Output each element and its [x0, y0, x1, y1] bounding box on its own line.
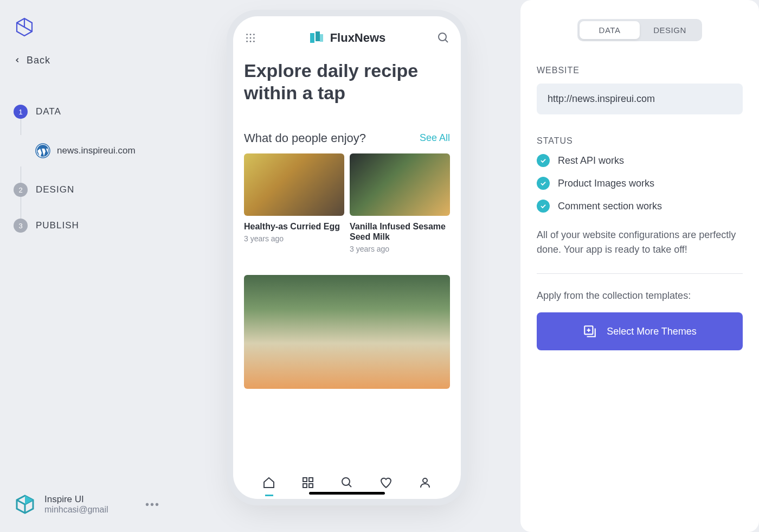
search-icon[interactable] — [437, 31, 450, 44]
svg-point-25 — [423, 478, 427, 483]
brand-name: FluxNews — [330, 31, 386, 45]
featured-image[interactable] — [244, 275, 450, 389]
status-item: Comment section works — [537, 200, 743, 213]
apply-templates-label: Apply from the collection templates: — [537, 290, 743, 302]
app-brand: FluxNews — [308, 30, 386, 46]
status-text: Rest API works — [558, 155, 624, 166]
status-item: Product Images works — [537, 177, 743, 190]
section-title: What do people enjoy? — [244, 131, 366, 145]
svg-point-8 — [246, 37, 248, 39]
step-data[interactable]: 1 DATA — [14, 105, 160, 119]
nav-favorites[interactable] — [378, 475, 394, 491]
article-title: Vanilla Infused Sesame Seed Milk — [350, 221, 450, 242]
back-button[interactable]: Back — [14, 54, 160, 67]
step-number-2: 2 — [14, 183, 28, 197]
svg-point-11 — [246, 41, 248, 42]
check-icon — [537, 177, 550, 190]
phone-frame: FluxNews Explore daily recipe within a t… — [233, 16, 461, 499]
brand-icon — [308, 30, 325, 46]
step-number-3: 3 — [14, 219, 28, 233]
step-label-data: DATA — [36, 106, 61, 117]
status-item: Rest API works — [537, 154, 743, 167]
config-panel: DATA DESIGN WEBSITE STATUS Rest API work… — [520, 0, 759, 532]
nav-home[interactable] — [261, 475, 277, 491]
app-header: FluxNews — [244, 30, 450, 46]
app-logo — [14, 16, 35, 38]
cards-row: Healthy-as Curried Egg 3 years ago Vanil… — [244, 153, 450, 253]
nav-profile[interactable] — [417, 475, 433, 491]
tab-data[interactable]: DATA — [580, 21, 640, 39]
article-card[interactable]: Vanilla Infused Sesame Seed Milk 3 years… — [350, 153, 450, 253]
status-summary: All of your website configurations are p… — [537, 228, 743, 257]
article-card[interactable]: Healthy-as Curried Egg 3 years ago — [244, 153, 344, 253]
website-url-input[interactable] — [537, 84, 743, 114]
step-connector — [21, 197, 21, 219]
svg-line-18 — [445, 40, 448, 42]
svg-rect-15 — [316, 31, 320, 41]
website-label: WEBSITE — [537, 66, 743, 75]
step-connector — [21, 119, 21, 135]
svg-point-7 — [253, 34, 255, 35]
substep-site-text: news.inspireui.com — [57, 145, 136, 156]
footer-company-name: Inspire UI — [44, 494, 108, 505]
svg-point-23 — [342, 478, 350, 485]
step-design[interactable]: 2 DESIGN — [14, 183, 160, 197]
svg-point-12 — [250, 41, 252, 42]
svg-rect-14 — [310, 33, 314, 43]
more-menu-button[interactable]: ••• — [145, 498, 160, 511]
svg-rect-19 — [303, 478, 307, 482]
substep-site[interactable]: news.inspireui.com — [14, 135, 160, 166]
config-tabs: DATA DESIGN — [577, 19, 702, 41]
menu-grid-icon[interactable] — [244, 31, 257, 44]
chevron-left-icon — [14, 54, 21, 67]
svg-rect-22 — [309, 484, 313, 488]
section-header: What do people enjoy? See All — [244, 131, 450, 145]
step-publish[interactable]: 3 PUBLISH — [14, 219, 160, 233]
svg-line-24 — [349, 484, 351, 487]
article-meta: 3 years ago — [244, 234, 344, 243]
svg-point-13 — [253, 41, 255, 42]
step-label-publish: PUBLISH — [36, 220, 79, 231]
preview-area: FluxNews Explore daily recipe within a t… — [173, 0, 520, 532]
hero-title: Explore daily recipe within a tap — [244, 60, 450, 104]
status-text: Product Images works — [558, 178, 654, 189]
wordpress-icon — [35, 143, 50, 158]
svg-rect-20 — [309, 478, 313, 482]
see-all-link[interactable]: See All — [420, 132, 450, 144]
sidebar-footer: Inspire UI minhcasi@gmail ••• — [14, 493, 160, 516]
left-sidebar: Back 1 DATA news.inspireui.com 2 DESIGN … — [0, 0, 173, 532]
bottom-nav — [244, 466, 450, 491]
svg-point-5 — [246, 34, 248, 35]
svg-point-10 — [253, 37, 255, 39]
check-icon — [537, 154, 550, 167]
add-collection-icon — [583, 324, 597, 338]
step-connector — [21, 166, 21, 183]
check-icon — [537, 200, 550, 213]
article-image — [350, 153, 450, 216]
home-indicator — [309, 492, 385, 495]
wizard-steps: 1 DATA news.inspireui.com 2 DESIGN 3 PUB… — [14, 105, 160, 233]
tab-design[interactable]: DESIGN — [640, 21, 700, 39]
divider — [537, 273, 743, 274]
footer-user-info: Inspire UI minhcasi@gmail — [44, 494, 108, 515]
nav-search[interactable] — [339, 475, 355, 491]
article-title: Healthy-as Curried Egg — [244, 221, 344, 232]
status-label: STATUS — [537, 136, 743, 146]
svg-point-9 — [250, 37, 252, 39]
status-text: Comment section works — [558, 201, 662, 212]
back-label: Back — [27, 55, 50, 66]
company-logo — [14, 493, 36, 516]
select-themes-label: Select More Themes — [607, 326, 697, 337]
nav-categories[interactable] — [300, 475, 316, 491]
select-themes-button[interactable]: Select More Themes — [537, 312, 743, 350]
svg-point-6 — [250, 34, 252, 35]
svg-rect-16 — [320, 34, 323, 42]
svg-rect-21 — [303, 484, 307, 488]
step-label-design: DESIGN — [36, 184, 74, 195]
article-meta: 3 years ago — [350, 245, 450, 253]
footer-email: minhcasi@gmail — [44, 505, 108, 515]
svg-point-17 — [439, 33, 446, 41]
step-number-1: 1 — [14, 105, 28, 119]
article-image — [244, 153, 344, 216]
